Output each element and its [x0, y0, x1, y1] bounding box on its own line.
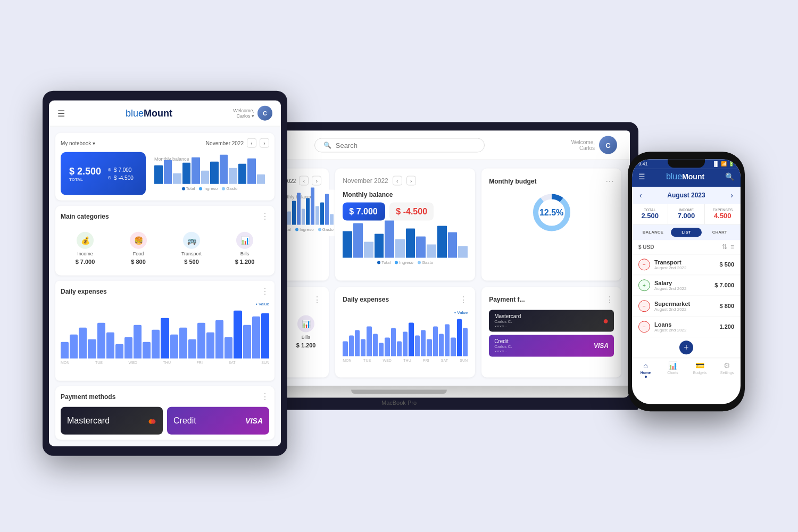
phone-list-header: $ USD ⇅ ≡ [632, 240, 741, 254]
tablet-mastercard: Mastercard ● ● [61, 407, 163, 435]
tablet-header: ☰ blueMount Welcome, Carlos ▾ C [49, 101, 281, 127]
search-icon: 🔍 [323, 142, 331, 149]
avatar: C [599, 136, 617, 154]
expense-icon-transport: − [638, 259, 650, 270]
transaction-name-supermarket: Supermarket [654, 301, 715, 307]
transaction-loans: − Loans August 2nd 2022 1.200 [632, 317, 741, 337]
tablet-username: Carlos ▾ [236, 113, 254, 119]
categories-menu[interactable]: ⋮ [313, 294, 321, 304]
signal-icon: ▐▌ [712, 161, 719, 167]
phone-tabs: BALANCE LIST CHART [632, 225, 741, 240]
tablet-device: ☰ blueMount Welcome, Carlos ▾ C [43, 91, 287, 456]
period-label-2: November 2022 [343, 177, 388, 185]
tablet-food-icon: 🍔 [130, 232, 147, 249]
nav-charts[interactable]: 📊 Charts [659, 361, 686, 378]
total-amount-card2: $ 7.000 [349, 207, 379, 217]
phone-period-label: August 2023 [667, 192, 705, 199]
tablet-cat-bills: 📊 Bills $ 1.200 [220, 232, 269, 265]
tab-chart[interactable]: CHART [704, 228, 735, 237]
transaction-transport: − Transport August 2nd 2022 $ 500 [632, 254, 741, 275]
transaction-amount-loans: 1.200 [719, 323, 734, 330]
tablet-next[interactable]: › [260, 138, 269, 148]
phone-search-icon[interactable]: 🔍 [725, 172, 734, 181]
transaction-date-salary: August 2nd 2022 [654, 286, 710, 291]
transaction-name-transport: Transport [654, 259, 715, 265]
credit-label: Credit [494, 338, 512, 344]
tablet-monthly-mini: Monthly balance [150, 152, 269, 195]
tablet-cat-income: 💰 Income $ 7.000 [61, 232, 110, 265]
phone-hamburger-icon[interactable]: ☰ [638, 172, 645, 181]
phone-notch [668, 159, 705, 168]
transaction-amount-transport: $ 500 [719, 261, 734, 268]
tablet-cat-menu[interactable]: ⋮ [261, 211, 269, 221]
phone-prev-arrow[interactable]: ‹ [639, 191, 642, 200]
tablet-visa-logo: VISA [245, 417, 263, 425]
search-input[interactable] [336, 141, 476, 149]
tablet-notebook-title: My notebook [61, 140, 91, 146]
expense-stat-value: 4.500 [707, 212, 738, 220]
transaction-amount-salary: $ 7.000 [714, 282, 734, 288]
tablet-notebook-dropdown[interactable]: My notebook ▾ [61, 140, 95, 146]
phone-stat-income: INCOME 7.000 [668, 204, 704, 224]
phone-brand: blueMount [666, 172, 704, 181]
monthly-balance-card: November 2022 ‹ › Monthly balance $ 7.00… [335, 169, 475, 281]
tab-list[interactable]: LIST [671, 228, 702, 237]
tab-balance[interactable]: BALANCE [637, 228, 669, 237]
budget-title: Monthly budget [489, 177, 536, 185]
tablet-prev[interactable]: ‹ [247, 138, 256, 148]
expense-icon-supermarket: − [638, 300, 650, 312]
nav-home[interactable]: ⌂ Home [632, 361, 659, 378]
total-stat-value: 2.500 [634, 212, 666, 220]
charts-icon: 📊 [668, 361, 677, 370]
phone-fab: + [632, 337, 741, 358]
income-stat-label: INCOME [670, 208, 702, 212]
active-dot [645, 376, 647, 378]
sort-icon[interactable]: ⇅ [722, 243, 727, 251]
filter-icon[interactable]: ≡ [730, 243, 734, 251]
next-arrow-2[interactable]: › [406, 176, 416, 186]
phone-device: 9:41 ▐▌ 📶 🔋 ☰ blueMount 🔍 [628, 152, 745, 411]
transaction-date-loans: August 2nd 2022 [654, 328, 715, 332]
income-icon-salary: + [638, 279, 650, 291]
settings-icon: ⚙ [724, 361, 730, 370]
tablet-welcome: Welcome, [233, 108, 254, 113]
transaction-amount-supermarket: $ 800 [719, 303, 734, 309]
expense-amount-card2: $ -4.500 [396, 207, 427, 217]
tablet-payment-menu[interactable]: ⋮ [261, 392, 269, 402]
budget-menu[interactable]: ⋯ [605, 176, 614, 186]
tablet-brand-blue: blue [126, 107, 144, 118]
tablet-avatar: C [257, 106, 272, 121]
add-transaction-button[interactable]: + [679, 340, 693, 354]
prev-arrow-2[interactable]: ‹ [393, 176, 402, 186]
payment-title: Payment f... [489, 296, 525, 303]
tablet-app: ☰ blueMount Welcome, Carlos ▾ C [49, 101, 281, 446]
phone-next-arrow[interactable]: › [730, 191, 733, 200]
laptop-search-bar[interactable]: 🔍 [314, 138, 485, 152]
prev-arrow[interactable]: ‹ [299, 176, 309, 186]
tablet-notebook-card: My notebook ▾ November 2022 ‹ › [55, 133, 275, 201]
daily-menu[interactable]: ⋮ [459, 294, 468, 304]
nav-budgets[interactable]: 💳 Budgets [686, 361, 713, 378]
phone-screen: 9:41 ▐▌ 📶 🔋 ☰ blueMount 🔍 [632, 159, 741, 404]
welcome-label: Welcome, [571, 139, 595, 145]
nav-settings[interactable]: ⚙ Settings [713, 361, 741, 378]
tablet-daily-card: Daily expenses ⋮ ▪ Value [55, 281, 275, 381]
transaction-name-loans: Loans [654, 321, 715, 328]
next-arrow[interactable]: › [312, 176, 321, 186]
tablet-mastercard-label: Mastercard [67, 416, 110, 426]
battery-icon: 🔋 [728, 161, 734, 167]
tablet-categories-card: Main categories ⋮ 💰 Income $ 7.000 [55, 206, 275, 276]
tablet-cat-transport: 🚌 Transport $ 500 [167, 232, 216, 265]
tablet-daily-menu[interactable]: ⋮ [261, 286, 269, 296]
user-name-label: Carlos [571, 145, 595, 151]
monthly-balance-title: Monthly balance [343, 191, 468, 198]
hamburger-icon[interactable]: ☰ [57, 108, 65, 118]
transaction-name-salary: Salary [654, 280, 710, 286]
visa-logo: VISA [594, 342, 609, 350]
transaction-date-supermarket: August 2nd 2022 [654, 307, 715, 312]
payment-menu[interactable]: ⋮ [605, 294, 614, 304]
budgets-icon: 💳 [695, 361, 704, 370]
tablet-screen: ☰ blueMount Welcome, Carlos ▾ C [49, 101, 281, 446]
tablet-payment-card: Payment methods ⋮ Mastercard ● ● [55, 386, 275, 440]
tablet-balance-widget: $ 2.500 TOTAL ⊕$ 7.000 ⊖$ -4.500 [61, 152, 146, 195]
